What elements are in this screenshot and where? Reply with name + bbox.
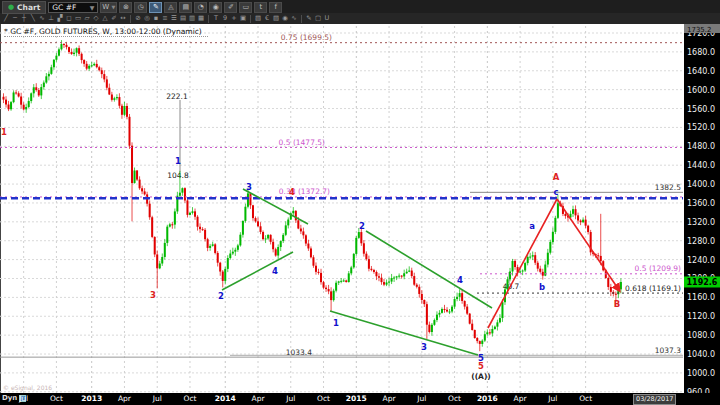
svg-text:1560.0: 1560.0 bbox=[687, 105, 715, 114]
trading-app-window: ● Chart GC #F ▼ W ▼ ⊗◷✎◬▤◔◉✐▭tf ╱─┼╲∿⊥▞◻… bbox=[0, 0, 720, 405]
chart-tab-label: Chart bbox=[17, 3, 40, 12]
x-axis-month-label: Apr bbox=[243, 394, 273, 403]
page-title: * GC #F, GOLD FUTURES, W, 13:00-12:00 (D… bbox=[4, 27, 208, 37]
svg-text:1040.0: 1040.0 bbox=[687, 350, 715, 359]
draw-tool-icon[interactable]: ▤ bbox=[179, 14, 187, 23]
x-axis-month-label: Oct bbox=[440, 394, 470, 403]
draw-tool-icon[interactable]: ▪ bbox=[152, 14, 160, 23]
facebook-icon[interactable]: f bbox=[269, 2, 282, 13]
x-axis-year-label: 2013 bbox=[77, 394, 107, 403]
draw-tool-icon[interactable]: ▣ bbox=[239, 14, 247, 23]
frame-icon[interactable]: ▭ bbox=[239, 2, 252, 13]
svg-text:1280.0: 1280.0 bbox=[687, 237, 715, 246]
x-axis-month-label: Jul bbox=[9, 394, 39, 403]
draw-tool-icon[interactable]: ▨ bbox=[272, 14, 280, 23]
price-axis[interactable]: 1720.01680.01640.01600.01560.01520.01480… bbox=[684, 24, 720, 393]
svg-text:222.1: 222.1 bbox=[166, 92, 188, 101]
draw-tool-icon[interactable]: + bbox=[230, 14, 238, 23]
svg-text:1640.0: 1640.0 bbox=[687, 67, 715, 76]
svg-text:1160.0: 1160.0 bbox=[687, 293, 715, 302]
draw-tool-icon[interactable]: ∿ bbox=[38, 14, 46, 23]
svg-text:b: b bbox=[539, 282, 545, 292]
draw-tool-icon[interactable]: € bbox=[263, 14, 271, 23]
draw-tool-icon[interactable]: ✐ bbox=[110, 14, 118, 23]
draw-tool-icon[interactable]: ◉ bbox=[281, 14, 289, 23]
draw-tool-icon[interactable]: ╱ bbox=[2, 14, 10, 23]
draw-tool-icon[interactable]: ⊥ bbox=[47, 14, 55, 23]
draw-tool-icon[interactable]: ≡ bbox=[161, 14, 169, 23]
svg-text:0.38 (1372.7): 0.38 (1372.7) bbox=[279, 187, 330, 196]
interval-select[interactable]: W ▼ bbox=[100, 2, 117, 13]
draw-tool-icon[interactable]: ▧ bbox=[254, 14, 262, 23]
draw-tool-icon[interactable]: △ bbox=[101, 14, 109, 23]
svg-text:1: 1 bbox=[333, 318, 339, 328]
symbol-value: GC #F bbox=[52, 3, 76, 12]
svg-text:1080.0: 1080.0 bbox=[687, 331, 715, 340]
x-axis-year-label: 2016 bbox=[472, 394, 502, 403]
x-axis-month-label: Apr bbox=[374, 394, 404, 403]
svg-text:c: c bbox=[553, 187, 558, 197]
draw-tool-icon[interactable]: ▞ bbox=[56, 14, 64, 23]
svg-text:((A)): ((A)) bbox=[471, 372, 491, 381]
draw-tool-icon[interactable]: ▦ bbox=[197, 14, 205, 23]
chart-area[interactable]: * GC #F, GOLD FUTURES, W, 13:00-12:00 (D… bbox=[0, 24, 720, 393]
draw-tool-icon[interactable]: ◇ bbox=[92, 14, 100, 23]
x-axis-year-label: 2015 bbox=[341, 394, 371, 403]
svg-text:1680.0: 1680.0 bbox=[687, 48, 715, 57]
zoom-icon[interactable]: ◬ bbox=[164, 2, 177, 13]
interval-settings-icon[interactable]: ◷ bbox=[134, 2, 147, 13]
x-axis-month-label: Jul bbox=[142, 394, 172, 403]
svg-text:2: 2 bbox=[218, 291, 224, 301]
chart-canvas[interactable]: 222.1104.840.7((A))1033.41037.30.75 (169… bbox=[0, 24, 720, 393]
draw-tool-icon[interactable]: ◎ bbox=[143, 14, 151, 23]
svg-text:1037.3: 1037.3 bbox=[655, 346, 681, 355]
svg-text:0.5 (1209.9): 0.5 (1209.9) bbox=[635, 264, 681, 273]
svg-text:4: 4 bbox=[457, 275, 463, 285]
draw-tool-icon[interactable]: ▢ bbox=[314, 14, 322, 23]
draw-tool-icon[interactable]: ↔ bbox=[119, 14, 127, 23]
x-axis-month-label: Oct bbox=[41, 394, 71, 403]
clear-symbol-icon[interactable]: ⊗ bbox=[119, 2, 132, 13]
layout-icon[interactable]: ▤ bbox=[179, 2, 192, 13]
draw-tool-icon[interactable]: U bbox=[323, 14, 331, 23]
draw-tool-icon[interactable]: T bbox=[212, 14, 220, 23]
draw-tool-icon[interactable]: ╲ bbox=[29, 14, 37, 23]
svg-text:3: 3 bbox=[421, 342, 427, 352]
svg-text:1: 1 bbox=[1, 127, 7, 137]
watermark: © eSignal, 2016 bbox=[3, 384, 52, 392]
draw-pencil-icon[interactable]: ✎ bbox=[149, 2, 162, 13]
refresh-icon[interactable]: ◔ bbox=[194, 2, 207, 13]
draw-tool-icon[interactable]: ☰ bbox=[170, 14, 178, 23]
time-axis-bar[interactable]: Dyn 03/28/2017 JulOct2013AprJulOct2014Ap… bbox=[0, 393, 720, 405]
svg-text:3: 3 bbox=[246, 182, 252, 192]
draw-tool-icon[interactable]: ✎ bbox=[305, 14, 313, 23]
draw-tool-icon[interactable]: 9 bbox=[221, 14, 229, 23]
annotate-icon[interactable]: ✐ bbox=[224, 2, 237, 13]
x-axis-month-label: Jul bbox=[407, 394, 437, 403]
draw-tool-icon[interactable]: ┼ bbox=[20, 14, 28, 23]
svg-text:104.8: 104.8 bbox=[167, 171, 189, 180]
svg-text:0.75 (1699.5): 0.75 (1699.5) bbox=[281, 33, 332, 42]
top-toolbar: ● Chart GC #F ▼ W ▼ ⊗◷✎◬▤◔◉✐▭tf ╱─┼╲∿⊥▞◻… bbox=[0, 0, 720, 24]
draw-tool-icon[interactable]: ∿ bbox=[290, 14, 298, 23]
svg-text:4: 4 bbox=[272, 266, 278, 276]
svg-text:1360.0: 1360.0 bbox=[687, 199, 715, 208]
chevron-down-icon: ▼ bbox=[111, 4, 115, 10]
x-axis-year-label: 2014 bbox=[210, 394, 240, 403]
status-dot-icon: ● bbox=[8, 4, 14, 11]
symbol-input[interactable]: GC #F ▼ bbox=[48, 2, 98, 13]
svg-text:1480.0: 1480.0 bbox=[687, 142, 715, 151]
draw-tool-icon[interactable]: ▱ bbox=[83, 14, 91, 23]
chevron-down-icon[interactable]: ▼ bbox=[90, 4, 95, 11]
record-icon[interactable]: ◉ bbox=[209, 2, 222, 13]
draw-tool-icon[interactable]: ⊘ bbox=[134, 14, 142, 23]
toolbar-separator bbox=[250, 15, 251, 23]
draw-tool-icon[interactable]: ▭ bbox=[74, 14, 82, 23]
draw-tool-icon[interactable]: ▥ bbox=[188, 14, 196, 23]
twitter-icon[interactable]: t bbox=[254, 2, 267, 13]
x-axis-month-label: Apr bbox=[505, 394, 535, 403]
tab-chart[interactable]: ● Chart bbox=[2, 1, 46, 14]
svg-text:1400.0: 1400.0 bbox=[687, 180, 715, 189]
draw-tool-icon[interactable]: ◻ bbox=[65, 14, 73, 23]
draw-tool-icon[interactable]: ─ bbox=[11, 14, 19, 23]
